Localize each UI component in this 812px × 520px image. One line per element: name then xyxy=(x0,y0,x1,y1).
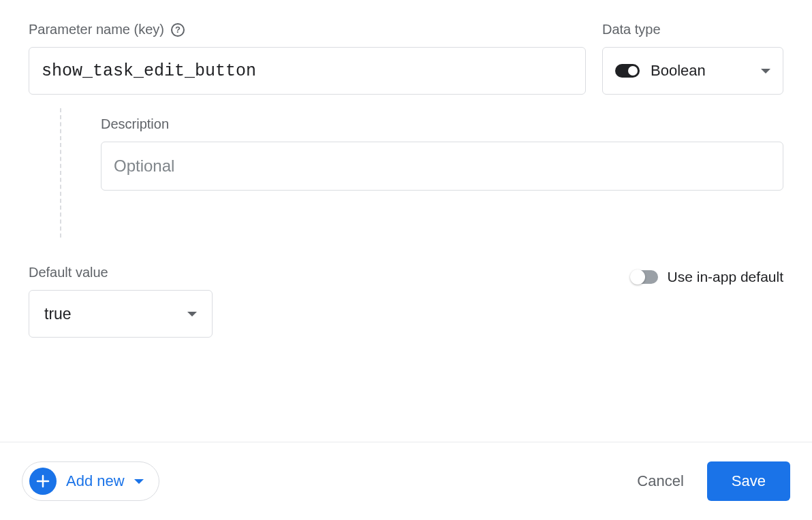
default-value-label: Default value xyxy=(29,265,213,280)
footer-bar: Add new Cancel Save xyxy=(0,442,812,520)
parameter-name-input[interactable] xyxy=(29,47,586,95)
chevron-down-icon xyxy=(134,479,144,484)
cancel-button[interactable]: Cancel xyxy=(637,472,683,490)
plus-icon xyxy=(29,468,57,495)
default-value-text: true xyxy=(44,305,72,323)
add-new-label: Add new xyxy=(66,472,125,490)
default-value-select[interactable]: true xyxy=(29,290,213,338)
boolean-type-icon xyxy=(615,64,640,78)
use-in-app-default-label: Use in-app default xyxy=(668,269,783,285)
parameter-name-label-text: Parameter name (key) xyxy=(29,22,164,37)
description-label: Description xyxy=(101,116,783,132)
chevron-down-icon xyxy=(761,69,770,74)
description-label-text: Description xyxy=(101,116,169,132)
indent-line xyxy=(60,108,61,238)
save-button[interactable]: Save xyxy=(707,461,790,501)
data-type-label: Data type xyxy=(602,22,783,37)
data-type-select[interactable]: Boolean xyxy=(602,47,783,95)
help-icon[interactable]: ? xyxy=(171,23,185,37)
parameter-name-label: Parameter name (key) ? xyxy=(29,22,586,37)
default-value-label-text: Default value xyxy=(29,265,108,280)
data-type-label-text: Data type xyxy=(602,22,661,37)
chevron-down-icon xyxy=(187,312,197,316)
description-input[interactable] xyxy=(101,142,783,191)
use-in-app-default-toggle[interactable] xyxy=(631,270,658,284)
add-new-button[interactable]: Add new xyxy=(22,461,159,501)
data-type-value: Boolean xyxy=(651,62,706,80)
